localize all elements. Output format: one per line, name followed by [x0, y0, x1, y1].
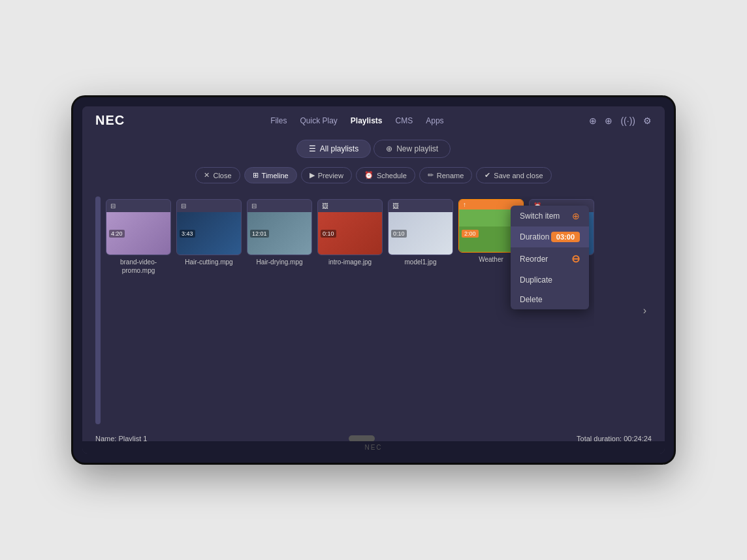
header: NEC Files Quick Play Playlists CMS Apps … [82, 106, 665, 134]
clock-icon: ⏰ [364, 171, 374, 179]
pencil-icon: ✏ [428, 171, 434, 179]
nav-links: Files Quick Play Playlists CMS Apps [270, 116, 443, 125]
context-switch-item[interactable]: Switch item ⊕ [511, 206, 589, 226]
weather-up-icon: ↑ [463, 201, 466, 208]
header-icons: ⊕ ⊕ ((·)) ⚙ [589, 116, 652, 126]
media-card-3[interactable]: ⊟ 12:01 [247, 199, 312, 255]
duration-2: 3:43 [180, 230, 195, 238]
new-playlist-tab[interactable]: ⊕ New playlist [374, 140, 451, 158]
content-area: ⊟ 4:20 brand-video-promo.mpg ⊟ [82, 190, 665, 431]
timeline-icon: ⊞ [253, 171, 259, 179]
nav-cms[interactable]: CMS [396, 116, 413, 125]
minus-icon: ⊖ [571, 253, 580, 265]
tab-bar: ☰ All playlists ⊕ New playlist [82, 134, 665, 163]
context-reorder[interactable]: Reorder ⊖ [511, 247, 589, 270]
nav-playlists[interactable]: Playlists [351, 116, 383, 125]
name-4: intro-image.jpg [328, 258, 372, 266]
nav-files[interactable]: Files [270, 116, 287, 125]
duplicate-label: Duplicate [520, 275, 552, 285]
context-duration[interactable]: Duration 03:00 [511, 226, 589, 247]
duration-6: 2:00 [462, 230, 479, 238]
timeline-handle[interactable] [95, 196, 101, 424]
image-icon: 🖼 [322, 202, 328, 210]
context-duplicate[interactable]: Duplicate [511, 270, 589, 290]
play-icon: ▶ [310, 171, 315, 179]
video-icon: ⊟ [251, 202, 257, 210]
plus-circle-icon: ⊕ [386, 144, 392, 153]
nav-apps[interactable]: Apps [426, 116, 443, 125]
close-icon: ✕ [204, 171, 210, 179]
name-5: model1.jpg [405, 258, 437, 266]
duration-4: 0:10 [321, 230, 336, 238]
video-icon: ⊟ [181, 202, 186, 210]
schedule-button[interactable]: ⏰ Schedule [356, 167, 415, 183]
media-icon-2: ⊟ [177, 200, 241, 212]
tv-frame: NEC Files Quick Play Playlists CMS Apps … [73, 97, 674, 463]
bottom-nec-label: NEC [82, 441, 665, 454]
duration-label: Duration [520, 232, 549, 241]
settings-icon[interactable]: ⚙ [643, 116, 652, 126]
all-playlists-tab[interactable]: ☰ All playlists [296, 140, 371, 158]
media-icon-4: 🖼 [318, 200, 382, 212]
check-icon: ✔ [485, 171, 490, 179]
close-button[interactable]: ✕ Close [195, 167, 240, 183]
context-menu-panel: Switch item ⊕ Duration 03:00 Reorder ⊖ [511, 206, 589, 309]
wifi-icon[interactable]: ((·)) [620, 116, 635, 126]
media-icon-5: 🖼 [389, 200, 453, 212]
list-item[interactable]: ⊟ 3:43 Hair-cutting.mpg [176, 199, 242, 418]
list-item[interactable]: ↑ 2:00 Weather Switch item ⊕ [458, 199, 524, 418]
media-card-4[interactable]: 🖼 0:10 [317, 199, 383, 255]
list-item[interactable]: ⊟ 12:01 Hair-drying.mpg [247, 199, 312, 418]
video-icon: ⊟ [110, 202, 116, 210]
timeline-button[interactable]: ⊞ Timeline [244, 167, 297, 183]
delete-label: Delete [520, 295, 543, 304]
media-card-2[interactable]: ⊟ 3:43 [176, 199, 242, 255]
media-card-5[interactable]: 🖼 0:10 [388, 199, 453, 255]
media-icon-1: ⊟ [106, 200, 170, 212]
list-item[interactable]: ⊟ 4:20 brand-video-promo.mpg [106, 199, 171, 418]
plus-icon: ⊕ [572, 211, 580, 221]
name-3: Hair-drying.mpg [256, 258, 302, 266]
timeline-scroll: ⊟ 4:20 brand-video-promo.mpg ⊟ [106, 196, 594, 424]
preview-button[interactable]: ▶ Preview [301, 167, 352, 183]
name-6: Weather [479, 255, 503, 264]
duration-value[interactable]: 03:00 [551, 232, 580, 242]
duration-3: 12:01 [250, 230, 269, 238]
nec-logo: NEC [95, 113, 125, 128]
save-close-button[interactable]: ✔ Save and close [476, 167, 551, 183]
rename-button[interactable]: ✏ Rename [419, 167, 473, 183]
switch-item-label: Switch item [520, 211, 560, 221]
duration-5: 0:10 [391, 230, 407, 238]
list-item[interactable]: 🖼 0:10 model1.jpg [388, 199, 453, 418]
context-delete[interactable]: Delete [511, 290, 589, 309]
name-2: Hair-cutting.mpg [185, 258, 232, 266]
nav-quickplay[interactable]: Quick Play [300, 116, 337, 125]
sync-icon[interactable]: ⊕ [589, 116, 597, 126]
media-card-1[interactable]: ⊟ 4:20 [106, 199, 171, 255]
list-icon: ☰ [309, 144, 316, 153]
list-item[interactable]: 🖼 0:10 intro-image.jpg [317, 199, 383, 418]
media-icon-3: ⊟ [247, 200, 311, 212]
toolbar: ✕ Close ⊞ Timeline ▶ Preview ⏰ Schedule … [82, 163, 665, 190]
name-1: brand-video-promo.mpg [106, 258, 171, 275]
globe-icon[interactable]: ⊕ [605, 116, 612, 126]
reorder-label: Reorder [520, 255, 548, 264]
tv-screen: NEC Files Quick Play Playlists CMS Apps … [82, 106, 665, 454]
duration-1: 4:20 [109, 230, 125, 238]
scroll-right-indicator: › [643, 305, 646, 317]
image-icon: 🖼 [392, 202, 399, 210]
